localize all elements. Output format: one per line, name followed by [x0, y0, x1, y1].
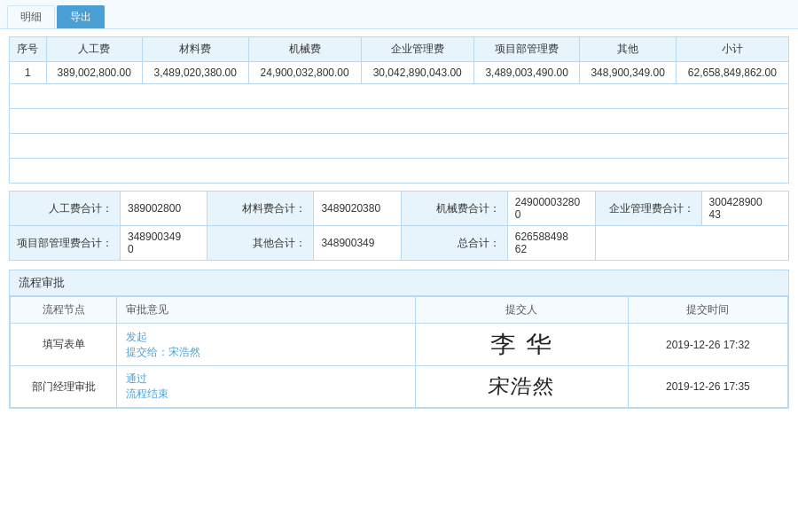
wf-opinion-1-line2: 提交给：宋浩然	[126, 345, 405, 360]
tab-detail[interactable]: 明细	[7, 5, 55, 28]
wf-opinion-2-status[interactable]: 通过	[126, 372, 147, 385]
col-header-machinery: 机械费	[248, 37, 361, 62]
empty-row-3	[10, 134, 789, 159]
summary-table: 人工费合计： 389002800 材料费合计： 3489020380 机械费合计…	[9, 191, 789, 261]
col-header-subtotal: 小计	[676, 37, 788, 62]
wf-header-opinion: 审批意见	[117, 297, 415, 324]
wf-header-time: 提交时间	[628, 297, 787, 324]
wf-header-submitter: 提交人	[415, 297, 628, 324]
summary-label-other: 其他合计：	[207, 226, 314, 261]
summary-value-material: 3489020380	[314, 192, 401, 226]
summary-label-material: 材料费合计：	[207, 192, 314, 226]
wf-opinion-1-line1: 发起	[126, 330, 405, 345]
wf-node-1: 填写表单	[11, 324, 117, 366]
cell-material: 3,489,020,380.00	[142, 62, 248, 84]
wf-opinion-2-line1: 通过	[126, 372, 405, 387]
workflow-section: 流程审批 流程节点 审批意见 提交人 提交时间 填写表单 发起	[9, 270, 789, 409]
wf-opinion-2-line2: 流程结束	[126, 387, 405, 402]
workflow-title: 流程审批	[10, 270, 788, 296]
empty-row-1	[10, 84, 789, 109]
summary-label-project: 项目部管理费合计：	[10, 226, 121, 261]
wf-time-2: 2019-12-26 17:35	[628, 366, 787, 408]
workflow-row-1: 填写表单 发起 提交给：宋浩然 李 华 2019-12-26 17:32	[11, 324, 788, 366]
workflow-table: 流程节点 审批意见 提交人 提交时间 填写表单 发起 提交给：宋浩然	[10, 296, 788, 408]
workflow-row-2: 部门经理审批 通过 流程结束 宋浩然 2019-12-26 17:35	[11, 366, 788, 408]
col-header-project: 项目部管理费	[473, 37, 580, 62]
empty-row-2	[10, 109, 789, 134]
wf-opinion-1: 发起 提交给：宋浩然	[117, 324, 415, 366]
wf-opinion-2-detail[interactable]: 流程结束	[126, 387, 168, 400]
wf-submitter-2: 宋浩然	[415, 366, 628, 408]
wf-opinion-1-detail[interactable]: 提交给：宋浩然	[126, 346, 200, 358]
wf-opinion-2: 通过 流程结束	[117, 366, 415, 408]
summary-value-other: 348900349	[314, 226, 401, 261]
col-header-labor: 人工费	[46, 37, 142, 62]
empty-row-4	[10, 159, 789, 184]
summary-label-labor: 人工费合计：	[10, 192, 121, 226]
wf-opinion-1-status[interactable]: 发起	[126, 331, 147, 343]
summary-value-labor: 389002800	[121, 192, 207, 226]
wf-time-1: 2019-12-26 17:32	[628, 324, 787, 366]
main-data-table: 序号 人工费 材料费 机械费 企业管理费 项目部管理费 其他 小计 1 389,…	[9, 36, 789, 184]
main-content: 序号 人工费 材料费 机械费 企业管理费 项目部管理费 其他 小计 1 389,…	[0, 29, 798, 416]
cell-labor: 389,002,800.00	[46, 62, 142, 84]
cell-project: 3,489,003,490.00	[473, 62, 580, 84]
summary-empty	[595, 226, 788, 261]
summary-label-total: 总合计：	[401, 226, 507, 261]
col-header-other: 其他	[580, 37, 676, 62]
cell-enterprise: 30,042,890,043.00	[361, 62, 473, 84]
tab-bar: 明细 导出	[0, 0, 798, 29]
summary-label-machinery: 机械费合计：	[401, 192, 507, 226]
tab-export[interactable]: 导出	[57, 5, 105, 28]
wf-signature-2: 宋浩然	[487, 373, 557, 400]
summary-value-machinery: 249000032800	[507, 192, 595, 226]
wf-signature-1: 李 华	[490, 329, 553, 360]
wf-submitter-1: 李 华	[415, 324, 628, 366]
summary-label-enterprise: 企业管理费合计：	[595, 192, 701, 226]
summary-value-project: 3489003490	[121, 226, 207, 261]
cell-seq: 1	[10, 62, 47, 84]
summary-value-total: 62658849862	[507, 226, 595, 261]
cell-machinery: 24,900,032,800.00	[248, 62, 361, 84]
wf-node-2: 部门经理审批	[11, 366, 117, 408]
col-header-enterprise: 企业管理费	[361, 37, 473, 62]
cell-subtotal: 62,658,849,862.00	[676, 62, 788, 84]
summary-value-enterprise: 30042890043	[701, 192, 788, 226]
table-row: 1 389,002,800.00 3,489,020,380.00 24,900…	[10, 62, 789, 84]
col-header-material: 材料费	[142, 37, 248, 62]
cell-other: 348,900,349.00	[580, 62, 676, 84]
wf-header-node: 流程节点	[11, 297, 117, 324]
col-header-seq: 序号	[10, 37, 47, 62]
